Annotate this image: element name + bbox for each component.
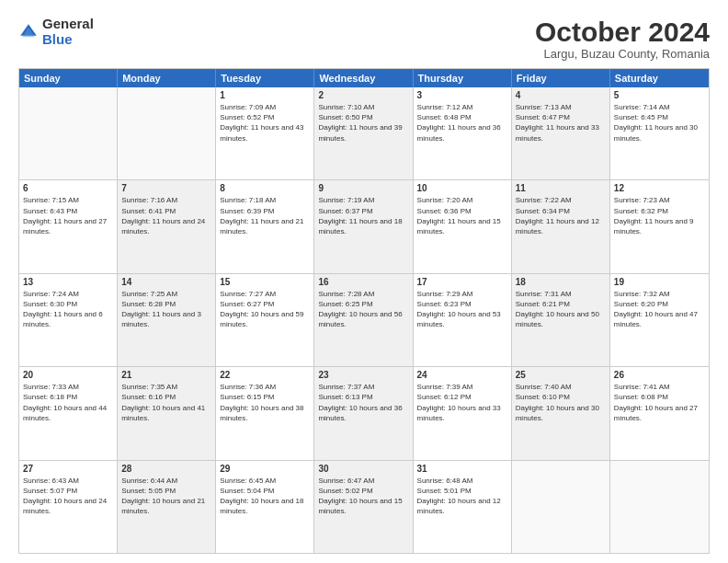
cal-row-3: 20Sunrise: 7:33 AM Sunset: 6:18 PM Dayli… bbox=[19, 366, 709, 459]
day-number: 18 bbox=[516, 277, 606, 287]
cal-row-1: 6Sunrise: 7:15 AM Sunset: 6:43 PM Daylig… bbox=[19, 179, 709, 272]
cal-row-0: 1Sunrise: 7:09 AM Sunset: 6:52 PM Daylig… bbox=[19, 87, 709, 179]
cal-cell: 1Sunrise: 7:09 AM Sunset: 6:52 PM Daylig… bbox=[216, 87, 314, 179]
cell-detail: Sunrise: 6:47 AM Sunset: 5:02 PM Dayligh… bbox=[318, 476, 408, 517]
cell-detail: Sunrise: 6:45 AM Sunset: 5:04 PM Dayligh… bbox=[220, 476, 310, 517]
day-number: 13 bbox=[23, 277, 113, 287]
cal-cell: 30Sunrise: 6:47 AM Sunset: 5:02 PM Dayli… bbox=[314, 461, 413, 553]
day-number: 27 bbox=[23, 464, 113, 474]
day-number: 3 bbox=[417, 90, 507, 100]
cal-header-thursday: Thursday bbox=[414, 69, 512, 87]
day-number: 20 bbox=[23, 370, 113, 380]
cell-detail: Sunrise: 7:13 AM Sunset: 6:47 PM Dayligh… bbox=[516, 102, 606, 144]
day-number: 28 bbox=[121, 464, 211, 474]
cal-cell: 26Sunrise: 7:41 AM Sunset: 6:08 PM Dayli… bbox=[610, 367, 709, 459]
cal-cell: 5Sunrise: 7:14 AM Sunset: 6:45 PM Daylig… bbox=[610, 87, 709, 179]
day-number: 23 bbox=[318, 370, 408, 380]
cal-header-monday: Monday bbox=[118, 69, 216, 87]
day-number: 30 bbox=[318, 464, 408, 474]
cal-header-tuesday: Tuesday bbox=[216, 69, 314, 87]
cell-detail: Sunrise: 7:16 AM Sunset: 6:41 PM Dayligh… bbox=[121, 195, 211, 236]
cal-cell: 22Sunrise: 7:36 AM Sunset: 6:15 PM Dayli… bbox=[216, 367, 314, 459]
day-number: 6 bbox=[23, 183, 113, 193]
cal-cell: 2Sunrise: 7:10 AM Sunset: 6:50 PM Daylig… bbox=[314, 87, 413, 179]
title-block: October 2024 Largu, Buzau County, Romani… bbox=[535, 17, 710, 61]
cell-detail: Sunrise: 7:32 AM Sunset: 6:20 PM Dayligh… bbox=[614, 289, 705, 330]
day-number: 1 bbox=[220, 90, 310, 100]
cal-cell: 6Sunrise: 7:15 AM Sunset: 6:43 PM Daylig… bbox=[19, 180, 118, 272]
cal-cell: 10Sunrise: 7:20 AM Sunset: 6:36 PM Dayli… bbox=[414, 180, 512, 272]
cell-detail: Sunrise: 7:10 AM Sunset: 6:50 PM Dayligh… bbox=[318, 102, 408, 144]
month-title: October 2024 bbox=[535, 17, 710, 47]
cal-cell: 12Sunrise: 7:23 AM Sunset: 6:32 PM Dayli… bbox=[610, 180, 709, 272]
cal-cell: 8Sunrise: 7:18 AM Sunset: 6:39 PM Daylig… bbox=[216, 180, 314, 272]
day-number: 21 bbox=[121, 370, 211, 380]
cal-cell: 16Sunrise: 7:28 AM Sunset: 6:25 PM Dayli… bbox=[314, 274, 413, 366]
cal-cell: 9Sunrise: 7:19 AM Sunset: 6:37 PM Daylig… bbox=[314, 180, 413, 272]
cal-cell bbox=[19, 87, 118, 179]
cell-detail: Sunrise: 7:15 AM Sunset: 6:43 PM Dayligh… bbox=[23, 195, 113, 236]
calendar: SundayMondayTuesdayWednesdayThursdayFrid… bbox=[18, 68, 710, 554]
cell-detail: Sunrise: 7:35 AM Sunset: 6:16 PM Dayligh… bbox=[121, 382, 211, 423]
day-number: 31 bbox=[417, 464, 507, 474]
calendar-header-row: SundayMondayTuesdayWednesdayThursdayFrid… bbox=[19, 69, 709, 87]
day-number: 29 bbox=[220, 464, 310, 474]
day-number: 16 bbox=[318, 277, 408, 287]
cal-cell bbox=[118, 87, 216, 179]
day-number: 4 bbox=[516, 90, 606, 100]
cell-detail: Sunrise: 6:43 AM Sunset: 5:07 PM Dayligh… bbox=[23, 476, 113, 517]
cal-header-saturday: Saturday bbox=[610, 69, 709, 87]
cal-header-sunday: Sunday bbox=[19, 69, 118, 87]
day-number: 12 bbox=[614, 183, 705, 193]
day-number: 9 bbox=[318, 183, 408, 193]
day-number: 24 bbox=[417, 370, 507, 380]
cell-detail: Sunrise: 7:23 AM Sunset: 6:32 PM Dayligh… bbox=[614, 195, 705, 236]
day-number: 5 bbox=[614, 90, 705, 100]
cal-cell: 23Sunrise: 7:37 AM Sunset: 6:13 PM Dayli… bbox=[314, 367, 413, 459]
cell-detail: Sunrise: 7:12 AM Sunset: 6:48 PM Dayligh… bbox=[417, 102, 507, 144]
logo: General Blue bbox=[18, 17, 94, 47]
cal-cell: 3Sunrise: 7:12 AM Sunset: 6:48 PM Daylig… bbox=[414, 87, 512, 179]
cell-detail: Sunrise: 7:14 AM Sunset: 6:45 PM Dayligh… bbox=[614, 102, 705, 144]
cell-detail: Sunrise: 7:19 AM Sunset: 6:37 PM Dayligh… bbox=[318, 195, 408, 236]
day-number: 10 bbox=[417, 183, 507, 193]
cell-detail: Sunrise: 6:44 AM Sunset: 5:05 PM Dayligh… bbox=[121, 476, 211, 517]
day-number: 8 bbox=[220, 183, 310, 193]
cal-cell: 24Sunrise: 7:39 AM Sunset: 6:12 PM Dayli… bbox=[414, 367, 512, 459]
cal-row-2: 13Sunrise: 7:24 AM Sunset: 6:30 PM Dayli… bbox=[19, 273, 709, 366]
cal-cell: 29Sunrise: 6:45 AM Sunset: 5:04 PM Dayli… bbox=[216, 461, 314, 553]
day-number: 2 bbox=[318, 90, 408, 100]
cal-cell: 15Sunrise: 7:27 AM Sunset: 6:27 PM Dayli… bbox=[216, 274, 314, 366]
calendar-body: 1Sunrise: 7:09 AM Sunset: 6:52 PM Daylig… bbox=[19, 87, 709, 553]
page: General Blue October 2024 Largu, Buzau C… bbox=[0, 0, 728, 563]
cell-detail: Sunrise: 6:48 AM Sunset: 5:01 PM Dayligh… bbox=[417, 476, 507, 517]
cal-cell: 31Sunrise: 6:48 AM Sunset: 5:01 PM Dayli… bbox=[414, 461, 512, 553]
cal-cell bbox=[610, 461, 709, 553]
cal-row-4: 27Sunrise: 6:43 AM Sunset: 5:07 PM Dayli… bbox=[19, 460, 709, 553]
day-number: 14 bbox=[121, 277, 211, 287]
cal-cell: 14Sunrise: 7:25 AM Sunset: 6:28 PM Dayli… bbox=[118, 274, 216, 366]
cal-cell: 18Sunrise: 7:31 AM Sunset: 6:21 PM Dayli… bbox=[512, 274, 610, 366]
cal-cell: 11Sunrise: 7:22 AM Sunset: 6:34 PM Dayli… bbox=[512, 180, 610, 272]
cal-cell: 4Sunrise: 7:13 AM Sunset: 6:47 PM Daylig… bbox=[512, 87, 610, 179]
logo-blue: Blue bbox=[42, 32, 94, 48]
day-number: 17 bbox=[417, 277, 507, 287]
cal-cell: 28Sunrise: 6:44 AM Sunset: 5:05 PM Dayli… bbox=[118, 461, 216, 553]
cell-detail: Sunrise: 7:36 AM Sunset: 6:15 PM Dayligh… bbox=[220, 382, 310, 423]
cal-header-wednesday: Wednesday bbox=[314, 69, 413, 87]
cal-header-friday: Friday bbox=[512, 69, 610, 87]
cell-detail: Sunrise: 7:39 AM Sunset: 6:12 PM Dayligh… bbox=[417, 382, 507, 423]
cell-detail: Sunrise: 7:20 AM Sunset: 6:36 PM Dayligh… bbox=[417, 195, 507, 236]
day-number: 7 bbox=[121, 183, 211, 193]
logo-general: General bbox=[42, 17, 94, 32]
cell-detail: Sunrise: 7:33 AM Sunset: 6:18 PM Dayligh… bbox=[23, 382, 113, 423]
cell-detail: Sunrise: 7:28 AM Sunset: 6:25 PM Dayligh… bbox=[318, 289, 408, 330]
cell-detail: Sunrise: 7:22 AM Sunset: 6:34 PM Dayligh… bbox=[516, 195, 606, 236]
cell-detail: Sunrise: 7:27 AM Sunset: 6:27 PM Dayligh… bbox=[220, 289, 310, 330]
header: General Blue October 2024 Largu, Buzau C… bbox=[18, 17, 710, 61]
cell-detail: Sunrise: 7:09 AM Sunset: 6:52 PM Dayligh… bbox=[220, 102, 310, 144]
cal-cell: 19Sunrise: 7:32 AM Sunset: 6:20 PM Dayli… bbox=[610, 274, 709, 366]
cell-detail: Sunrise: 7:29 AM Sunset: 6:23 PM Dayligh… bbox=[417, 289, 507, 330]
cell-detail: Sunrise: 7:40 AM Sunset: 6:10 PM Dayligh… bbox=[516, 382, 606, 423]
day-number: 19 bbox=[614, 277, 705, 287]
